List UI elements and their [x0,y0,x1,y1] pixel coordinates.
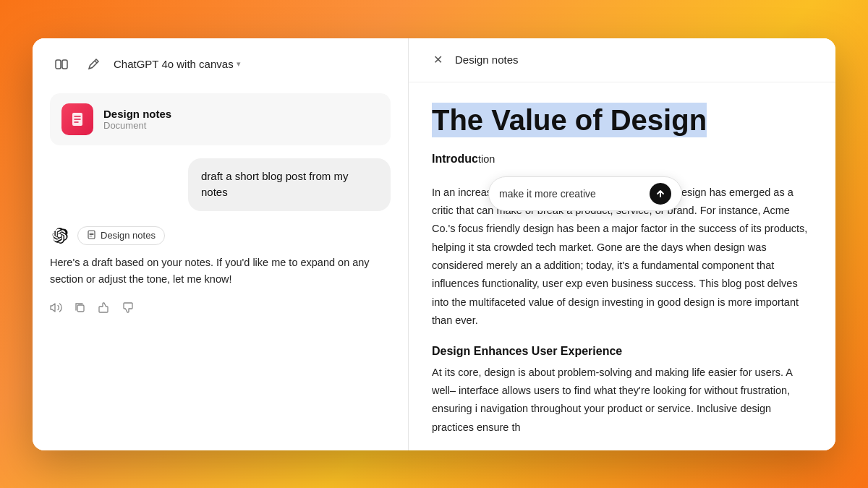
right-panel-content[interactable]: The Value of Design Introduction In an i… [409,82,835,450]
right-panel-header: ✕ Design notes [409,38,835,82]
right-panel-title: Design notes [455,53,519,66]
user-message-bubble: draft a short blog post from my notes [188,158,391,211]
blog-title-wrapper: The Value of Design [432,103,812,137]
section2-heading: Design Enhances User Experience [432,345,812,358]
ai-response-text: Here's a draft based on your notes. If y… [50,254,391,289]
document-title: Design notes [103,108,171,120]
chevron-down-icon: ▾ [237,59,241,69]
ai-response-section: Design notes Here's a draft based on you… [50,226,391,317]
svg-rect-1 [62,60,67,69]
copy-icon[interactable] [74,301,86,317]
svg-rect-0 [56,60,61,69]
intro-label: Introduc [432,153,478,165]
doc-ref-label: Design notes [101,230,156,241]
new-chat-button[interactable] [82,53,105,76]
app-window: ChatGPT 4o with canvas ▾ Design notes Do… [33,38,835,450]
svg-rect-4 [77,305,84,312]
right-panel: ✕ Design notes The Value of Design [409,38,835,450]
inline-edit-input[interactable] [499,188,644,200]
thumbs-up-icon[interactable] [98,301,110,317]
pill-document-icon [87,230,96,241]
top-bar: ChatGPT 4o with canvas ▾ [50,53,391,76]
document-card[interactable]: Design notes Document [50,93,391,145]
left-panel: ChatGPT 4o with canvas ▾ Design notes Do… [33,38,409,450]
action-icons-row [50,301,391,317]
volume-icon[interactable] [50,301,62,317]
inline-edit-popup [488,176,682,211]
ai-avatar [50,226,70,246]
blog-post-title: The Value of Design [432,103,707,137]
ai-header: Design notes [50,226,391,246]
sidebar-toggle-button[interactable] [50,53,73,76]
document-type: Document [103,120,171,131]
close-button[interactable]: ✕ [429,51,446,69]
body-paragraph-2: At its core, design is about problem-sol… [432,364,812,437]
inline-edit-submit-button[interactable] [650,183,671,205]
document-icon [61,103,93,135]
intro-paragraph: Introduction [432,149,812,169]
app-title: ChatGPT 4o with canvas ▾ [114,58,241,70]
doc-reference-pill[interactable]: Design notes [77,226,165,245]
document-info: Design notes Document [103,108,171,131]
thumbs-down-icon[interactable] [122,301,134,317]
